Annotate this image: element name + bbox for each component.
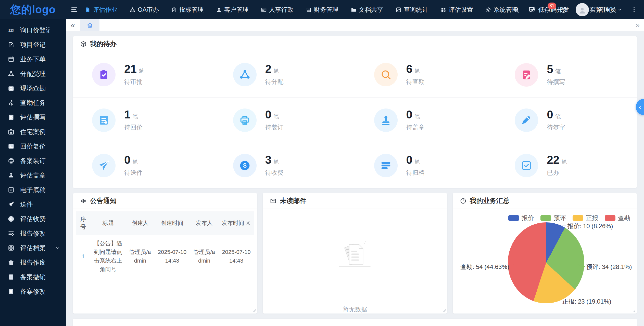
notice-table-header-row: 序号 标题 创建人 创建时间 发布人 发布时间 xyxy=(76,211,254,235)
tabs-scroll-left-button[interactable]: « xyxy=(66,19,80,31)
more-options-icon[interactable] xyxy=(631,6,637,13)
mail-empty-state: 暂无数据 xyxy=(263,209,447,314)
resize-handle-icon[interactable] xyxy=(252,308,256,312)
todo-unit: 笔 xyxy=(273,159,279,165)
todo-card[interactable]: 0笔 待签字 xyxy=(496,97,637,143)
user-menu[interactable]: 管理员 xyxy=(598,6,622,14)
sidebar-item-icon xyxy=(8,99,15,106)
main-menu-item[interactable]: 评估作业 xyxy=(85,6,117,14)
sidebar-item[interactable]: 现场查勘 xyxy=(0,81,66,96)
todo-card[interactable]: 6笔 待查勘 xyxy=(355,52,496,97)
tabs-scroll-right-button[interactable]: » xyxy=(631,19,644,31)
todo-card[interactable]: 21笔 待审批 xyxy=(73,52,214,97)
sidebar-item[interactable]: 备案撤销 xyxy=(0,270,66,284)
chevron-down-icon xyxy=(55,129,60,134)
main-menu-item[interactable]: 查询统计 xyxy=(396,6,428,14)
legend-item[interactable]: 查勘 xyxy=(605,214,630,222)
todo-unit: 笔 xyxy=(132,113,138,120)
sidebar-item[interactable]: 住宅案例 xyxy=(0,125,66,139)
todo-label: 待装订 xyxy=(265,123,284,131)
search-icon[interactable] xyxy=(512,6,520,13)
main-menu-item[interactable]: OA审办 xyxy=(130,6,159,14)
todo-count: 2笔 xyxy=(265,63,284,75)
menu-item-icon xyxy=(351,7,357,13)
menu-item-label: 查询统计 xyxy=(404,6,428,14)
mail-panel-title: 未读邮件 xyxy=(280,196,306,205)
sidebar-item-icon: 123 xyxy=(8,27,15,34)
todo-card[interactable]: 0笔 待盖章 xyxy=(355,97,496,143)
main-menu: 评估作业 OA审办 投标管理 客户管理 人事行政 xyxy=(85,6,507,14)
tab-strip: « » xyxy=(66,19,644,31)
sidebar-item[interactable]: 备案修改 xyxy=(0,284,66,299)
col-header-title: 标题 xyxy=(90,211,126,235)
main-menu-item[interactable]: 人事行政 xyxy=(261,6,294,14)
legend-item[interactable]: 正报 xyxy=(573,214,598,222)
main-menu-item[interactable]: 客户管理 xyxy=(216,6,249,14)
svg-text:$: $ xyxy=(243,162,246,169)
column-settings-icon[interactable] xyxy=(246,221,251,226)
main-menu-item[interactable]: 评估设置 xyxy=(440,6,473,14)
sidebar-item-icon xyxy=(8,128,15,135)
todo-card[interactable]: 0笔 待装订 xyxy=(214,97,355,143)
chevron-down-icon xyxy=(55,144,60,149)
sidebar-item-label: 报告作废 xyxy=(20,258,49,267)
todo-label: 已办 xyxy=(547,169,567,177)
sidebar-item[interactable]: 备案装订 xyxy=(0,154,66,168)
legend-item[interactable]: 预评 xyxy=(540,214,566,222)
todo-card[interactable]: 0笔 待送件 xyxy=(73,143,214,188)
todo-card[interactable]: 1笔 待回价 xyxy=(73,97,214,143)
todo-card[interactable]: 22笔 已办 xyxy=(496,143,637,188)
chevron-down-icon xyxy=(55,42,60,47)
sidebar-item[interactable]: 业务下单 xyxy=(0,52,66,66)
sidebar-item-label: 备案修改 xyxy=(20,287,49,296)
sidebar-item[interactable]: 报告修改 xyxy=(0,226,66,241)
help-icon[interactable] xyxy=(560,6,567,13)
sidebar-item-icon xyxy=(8,288,15,295)
pie[interactable] xyxy=(508,222,584,303)
todo-card-icon xyxy=(98,160,110,171)
todo-card[interactable]: $ 3笔 待收费 xyxy=(214,143,355,188)
notice-panel: 公告通知 序号 标题 创建人 创建时间 发布人 发布时间 xyxy=(73,193,257,314)
sidebar-item[interactable]: 评估撰写 xyxy=(0,110,66,125)
notice-table-row[interactable]: 1 【公告】遇到问题请点击系统右上角问号 管理员/admin 2025-07-1… xyxy=(76,235,254,278)
main-menu-item[interactable]: 文档共享 xyxy=(351,6,383,14)
main-menu-item[interactable]: 投标管理 xyxy=(171,6,204,14)
tabs-empty-area xyxy=(99,19,631,31)
sidebar-toggle-icon[interactable] xyxy=(70,6,78,13)
tab-home[interactable] xyxy=(80,19,99,31)
todo-count: 0笔 xyxy=(547,109,565,120)
todo-card[interactable]: 0笔 待归档 xyxy=(355,143,496,188)
todo-card[interactable]: 5笔 待撰写 xyxy=(496,52,637,97)
chevron-down-icon xyxy=(55,100,60,105)
todo-unit: 笔 xyxy=(414,68,420,74)
sidebar-item[interactable]: 查勘任务 xyxy=(0,96,66,110)
sidebar-item[interactable]: 电子底稿 xyxy=(0,183,66,197)
main-menu-item[interactable]: 财务管理 xyxy=(306,6,338,14)
sidebar-item[interactable]: $ 评估收费 xyxy=(0,212,66,226)
legend-swatch xyxy=(573,215,583,221)
todo-card[interactable]: 2笔 待分配 xyxy=(214,52,355,97)
sidebar-item-label: 项目登记 xyxy=(20,40,49,49)
resize-handle-icon[interactable] xyxy=(442,308,446,312)
sidebar-item[interactable]: 评估档案 xyxy=(0,241,66,255)
menu-item-label: 评估作业 xyxy=(93,6,117,14)
sidebar-item[interactable]: 分配受理 xyxy=(0,66,66,81)
sidebar-item[interactable]: 项目登记 xyxy=(0,37,66,52)
message-icon[interactable] xyxy=(528,6,535,13)
notifications-button[interactable]: 81 xyxy=(544,6,551,13)
legend-item[interactable]: 报价 xyxy=(508,214,534,222)
sidebar-item[interactable]: 回价复价 xyxy=(0,139,66,154)
todo-card-icon xyxy=(239,114,251,126)
legend-swatch xyxy=(508,215,519,221)
todo-unit: 笔 xyxy=(561,159,567,165)
todo-label: 待回价 xyxy=(124,123,143,131)
sidebar-item[interactable]: 送件 xyxy=(0,197,66,212)
todo-card-icon xyxy=(98,114,110,126)
avatar[interactable] xyxy=(576,3,589,16)
chevron-down-icon xyxy=(55,246,60,251)
sidebar-item[interactable]: 评估盖章 xyxy=(0,168,66,183)
resize-handle-icon[interactable] xyxy=(632,308,635,312)
chevron-down-icon xyxy=(55,173,60,178)
sidebar-item[interactable]: 123 询口价登记 xyxy=(0,23,66,37)
sidebar-item[interactable]: 报告作废 xyxy=(0,255,66,270)
